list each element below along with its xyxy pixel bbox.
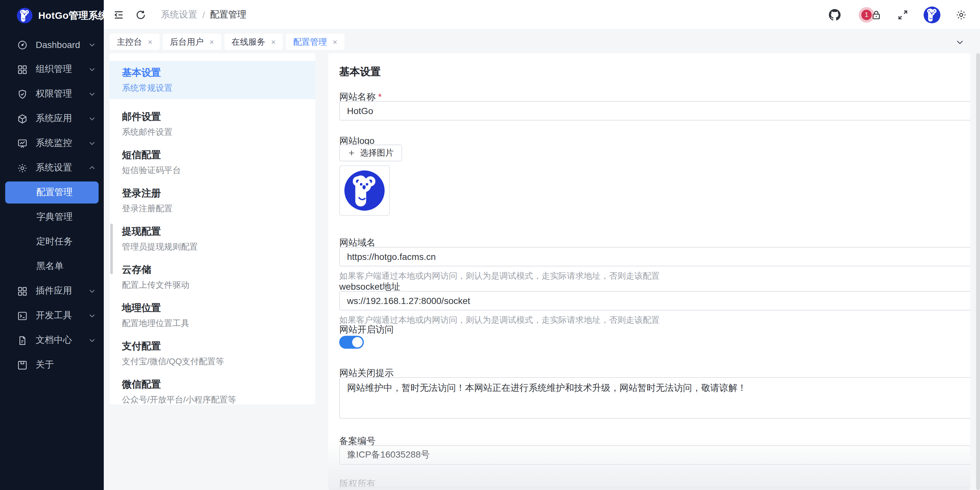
sidebar-item-system-apps[interactable]: 系统应用 xyxy=(0,106,104,131)
sidebar-item-plugins[interactable]: 插件应用 xyxy=(0,279,104,303)
sidebar-item-label: 系统设置 xyxy=(36,162,88,174)
tab-admin-users[interactable]: 后台用户 × xyxy=(163,34,221,50)
close-icon[interactable]: × xyxy=(210,37,214,46)
settings-menu-item-withdraw[interactable]: 提现配置 管理员提现规则配置 xyxy=(110,225,315,252)
websocket-input[interactable] xyxy=(339,291,970,311)
settings-menu-item-email[interactable]: 邮件设置 系统邮件设置 xyxy=(110,110,315,137)
app-logo-row[interactable]: HotGo管理系统 xyxy=(0,0,104,31)
refresh-icon[interactable] xyxy=(135,9,146,21)
sidebar-item-about[interactable]: 关于 xyxy=(0,353,104,377)
settings-menu-item-sms[interactable]: 短信配置 短信验证码平台 xyxy=(110,148,315,176)
menu-item-subtitle: 登录注册配置 xyxy=(122,203,315,214)
sidebar-item-label: 关于 xyxy=(36,359,96,371)
sidebar-item-label: 配置管理 xyxy=(36,187,73,198)
close-tip-textarea[interactable]: 网站维护中，暂时无法访问！本网站正在进行系统维护和技术升级，网站暂时无法访问，敬… xyxy=(339,377,970,419)
sidebar-item-dashboard[interactable]: Dashboard xyxy=(0,32,104,57)
sidebar-item-organization[interactable]: 组织管理 xyxy=(0,57,104,82)
breadcrumb: 系统设置 / 配置管理 xyxy=(161,9,247,21)
sidebar-item-dev-tools[interactable]: 开发工具 xyxy=(0,303,104,328)
site-name-input[interactable] xyxy=(339,101,970,121)
copyright-input[interactable] xyxy=(339,487,970,490)
app-window: HotGo管理系统 Dashboard 组织管理 权限管理 系统应用 xyxy=(0,0,980,490)
sidebar-item-label: 组织管理 xyxy=(36,63,88,75)
menu-item-title: 地理位置 xyxy=(122,301,315,314)
close-icon[interactable]: × xyxy=(333,37,337,46)
chevron-down-icon xyxy=(88,65,96,73)
sidebar-item-docs-center[interactable]: 文档中心 xyxy=(0,328,104,353)
chevron-down-icon xyxy=(88,312,96,320)
github-icon[interactable] xyxy=(829,9,840,21)
site-open-toggle[interactable] xyxy=(339,336,364,349)
menu-item-title: 支付配置 xyxy=(122,339,315,352)
menu-item-title: 提现配置 xyxy=(122,225,315,237)
menu-item-title: 基本设置 xyxy=(122,66,315,78)
close-icon[interactable]: × xyxy=(148,37,153,46)
sidebar: HotGo管理系统 Dashboard 组织管理 权限管理 系统应用 xyxy=(0,0,104,490)
menu-item-title: 邮件设置 xyxy=(122,110,315,122)
sidebar-item-label: 开发工具 xyxy=(36,310,88,322)
gear-icon xyxy=(17,162,28,173)
sidebar-item-label: 系统应用 xyxy=(36,113,88,124)
sidebar-item-config-management[interactable]: 配置管理 xyxy=(0,180,104,205)
menu-item-subtitle: 公众号/开放平台/小程序配置等 xyxy=(122,394,315,404)
tab-label: 配置管理 xyxy=(293,36,327,48)
tab-online-service[interactable]: 在线服务 × xyxy=(224,34,283,50)
tab-actions-chevron-icon[interactable] xyxy=(955,38,964,47)
shield-check-icon xyxy=(17,89,28,100)
sidebar-item-system-monitor[interactable]: 系统监控 xyxy=(0,131,104,155)
menu-item-subtitle: 短信验证码平台 xyxy=(122,165,315,176)
koala-logo-icon xyxy=(344,170,385,211)
user-avatar[interactable] xyxy=(924,6,940,23)
menu-scrollbar-thumb[interactable] xyxy=(110,224,113,274)
settings-menu-item-login[interactable]: 登录注册 登录注册配置 xyxy=(110,187,315,214)
tab-label: 后台用户 xyxy=(170,36,204,48)
site-logo-preview[interactable] xyxy=(339,165,390,216)
settings-menu-item-cloud-storage[interactable]: 云存储 配置上传文件驱动 xyxy=(110,263,315,290)
menu-item-subtitle: 支付宝/微信/QQ支付配置等 xyxy=(122,356,315,367)
icp-input[interactable] xyxy=(339,445,970,465)
settings-menu-item-payment[interactable]: 支付配置 支付宝/微信/QQ支付配置等 xyxy=(110,339,315,367)
settings-menu-item-basic[interactable]: 基本设置 系统常规设置 xyxy=(110,61,315,99)
sidebar-item-label: 字典管理 xyxy=(36,211,73,223)
site-domain-help: 如果客户端通过本地或内网访问，则认为是调试模式，走实际请求地址，否则走该配置 xyxy=(339,270,962,282)
sidebar-item-system-settings[interactable]: 系统设置 xyxy=(0,155,104,180)
sidebar-item-dict-management[interactable]: 字典管理 xyxy=(0,205,104,230)
breadcrumb-current[interactable]: 配置管理 xyxy=(210,9,247,21)
sidebar-item-blacklist[interactable]: 黑名单 xyxy=(0,254,104,279)
form-section-title: 基本设置 xyxy=(339,65,962,79)
app-title: HotGo管理系统 xyxy=(38,10,104,22)
page-scrollbar-thumb[interactable] xyxy=(976,53,980,490)
cube-icon xyxy=(17,113,28,124)
plus-icon xyxy=(348,149,355,157)
breadcrumb-parent[interactable]: 系统设置 xyxy=(161,9,197,21)
settings-menu-item-wechat[interactable]: 微信配置 公众号/开放平台/小程序配置等 xyxy=(110,378,315,404)
breadcrumb-separator: / xyxy=(202,10,205,20)
menu-item-subtitle: 配置上传文件驱动 xyxy=(122,279,315,290)
menu-item-subtitle: 管理员提现规则配置 xyxy=(122,241,315,252)
header-actions: 1 xyxy=(829,6,967,23)
menu-item-subtitle: 系统常规设置 xyxy=(122,82,315,94)
menu-item-title: 云存储 xyxy=(122,263,315,276)
tab-config-management[interactable]: 配置管理 × xyxy=(286,34,344,50)
site-domain-input[interactable] xyxy=(339,247,970,266)
dashboard-icon xyxy=(17,39,28,50)
tab-bar: 主控台 × 后台用户 × 在线服务 × 配置管理 × xyxy=(104,30,980,53)
close-icon[interactable]: × xyxy=(271,37,276,46)
sidebar-collapse-icon[interactable] xyxy=(113,9,124,21)
settings-menu-item-geo[interactable]: 地理位置 配置地理位置工具 xyxy=(110,301,315,328)
page-scrollbar[interactable] xyxy=(976,53,980,490)
chevron-down-icon xyxy=(88,287,96,295)
lock-icon[interactable] xyxy=(870,9,882,21)
sidebar-item-label: 插件应用 xyxy=(36,285,88,297)
tab-dashboard[interactable]: 主控台 × xyxy=(110,34,159,50)
menu-item-subtitle: 系统邮件设置 xyxy=(122,126,315,137)
sidebar-item-permissions[interactable]: 权限管理 xyxy=(0,82,104,106)
sidebar-item-scheduled-tasks[interactable]: 定时任务 xyxy=(0,230,104,254)
menu-item-title: 短信配置 xyxy=(122,148,315,161)
chevron-down-icon xyxy=(88,336,96,344)
chevron-down-icon xyxy=(88,41,96,49)
fullscreen-icon[interactable] xyxy=(897,9,908,21)
pick-image-button[interactable]: 选择图片 xyxy=(339,144,402,162)
terminal-icon xyxy=(17,310,28,321)
settings-gear-icon[interactable] xyxy=(955,9,967,21)
